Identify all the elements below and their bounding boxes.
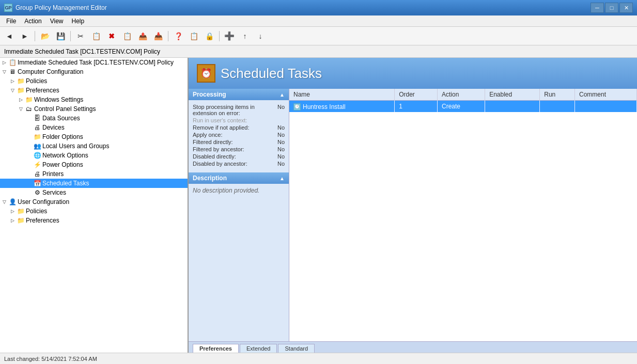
page-title: Scheduled Tasks xyxy=(221,66,322,82)
windows-settings-icon: 📁 xyxy=(25,96,33,103)
col-run[interactable]: Run xyxy=(540,89,575,101)
table-row[interactable]: 🕐 Huntress Install 1 Create xyxy=(289,101,637,112)
toolbar-export[interactable]: 📤 xyxy=(135,29,150,43)
control-panel-label: Control Panel Settings xyxy=(34,105,96,113)
sidebar-item-devices[interactable]: ▷ 🖨 Devices xyxy=(0,123,188,132)
processing-row-5: Filtered directly: No xyxy=(193,138,285,146)
description-body: No description provided. xyxy=(189,184,289,287)
preferences-cc-label: Preferences xyxy=(26,87,59,94)
sidebar-item-control-panel[interactable]: ▽ 🗂 Control Panel Settings xyxy=(0,104,188,114)
menu-view[interactable]: View xyxy=(46,17,68,26)
sidebar-item-data-sources[interactable]: ▷ 🗄 Data Sources xyxy=(0,114,188,123)
toolbar-save[interactable]: 💾 xyxy=(53,29,68,43)
sidebar-item-folder-options[interactable]: ▷ 📁 Folder Options xyxy=(0,132,188,141)
content-header-icon: ⏰ xyxy=(197,64,215,83)
processing-row-2: Run in user's context: xyxy=(193,117,285,124)
expand-windows-settings[interactable]: ▷ xyxy=(17,96,25,104)
toolbar-help[interactable]: ❓ xyxy=(171,29,185,43)
sidebar-item-local-users[interactable]: ▷ 👥 Local Users and Groups xyxy=(0,141,188,151)
processing-row-3: Remove if not applied: No xyxy=(193,124,285,131)
description-collapse-btn[interactable]: ▲ xyxy=(279,176,285,181)
toolbar-down[interactable]: ↓ xyxy=(253,29,268,43)
sidebar-item-policies-cc[interactable]: ▷ 📁 Policies xyxy=(0,76,188,86)
expand-preferences-cc[interactable]: ▽ xyxy=(8,86,17,94)
sidebar-item-policies-uc[interactable]: ▷ 📁 Policies xyxy=(0,207,188,216)
expand-policies-uc[interactable]: ▷ xyxy=(8,207,17,215)
toolbar-open[interactable]: 📂 xyxy=(38,29,52,43)
expand-computer-config[interactable]: ▽ xyxy=(0,68,8,76)
processing-collapse-btn[interactable]: ▲ xyxy=(279,92,285,98)
minimize-button[interactable]: ─ xyxy=(591,3,604,13)
col-order[interactable]: Order xyxy=(395,89,438,101)
toolbar-cut[interactable]: ✂ xyxy=(73,29,88,43)
folder-options-icon: 📁 xyxy=(33,133,41,140)
devices-icon: 🖨 xyxy=(33,124,41,131)
services-label: Services xyxy=(42,189,66,196)
description-section: Description ▲ No description provided. xyxy=(189,172,289,287)
sidebar-item-user-config[interactable]: ▽ 👤 User Configuration xyxy=(0,197,188,207)
col-enabled[interactable]: Enabled xyxy=(485,89,540,101)
content-body: Processing ▲ Stop processing items in ex… xyxy=(189,89,637,341)
menu-bar: File Action View Help xyxy=(0,15,637,27)
expand-immediate-task[interactable]: ▷ xyxy=(0,58,8,67)
sidebar-item-printers[interactable]: ▷ 🖨 Printers xyxy=(0,169,188,179)
sidebar-item-immediate-task[interactable]: ▷ 📋 Immediate Scheduled Task [DC1.TESTEN… xyxy=(0,58,188,67)
col-comment[interactable]: Comment xyxy=(575,89,637,101)
expand-preferences-uc[interactable]: ▷ xyxy=(8,216,17,225)
window-title: Group Policy Management Editor xyxy=(15,4,107,11)
scheduled-tasks-icon: 📅 xyxy=(33,180,41,187)
toolbar-properties[interactable]: 📋 xyxy=(187,29,201,43)
title-bar-controls[interactable]: ─ □ ✕ xyxy=(591,3,633,13)
processing-header[interactable]: Processing ▲ xyxy=(189,89,289,100)
sidebar-tree[interactable]: ▷ 📋 Immediate Scheduled Task [DC1.TESTEN… xyxy=(0,58,189,353)
sidebar-item-computer-config[interactable]: ▽ 🖥 Computer Configuration xyxy=(0,67,188,76)
expand-control-panel[interactable]: ▽ xyxy=(17,105,25,113)
description-header[interactable]: Description ▲ xyxy=(189,172,289,184)
row-name-label: Huntress Install xyxy=(303,103,346,110)
cell-order: 1 xyxy=(395,101,438,112)
expand-policies-cc[interactable]: ▷ xyxy=(8,77,17,85)
toolbar-sep-3 xyxy=(168,31,168,41)
tab-bar: Preferences Extended Standard xyxy=(189,341,637,353)
tab-extended[interactable]: Extended xyxy=(240,344,277,353)
toolbar-paste[interactable]: 📋 xyxy=(120,29,134,43)
processing-label-3: Remove if not applied: xyxy=(193,124,249,131)
toolbar-forward[interactable]: ► xyxy=(18,29,32,43)
sidebar-item-power-options[interactable]: ▷ ⚡ Power Options xyxy=(0,160,188,169)
sidebar-item-scheduled-tasks[interactable]: ▷ 📅 Scheduled Tasks xyxy=(0,179,188,188)
toolbar-sep-4 xyxy=(219,31,220,41)
processing-value-1: No xyxy=(277,104,285,116)
tab-standard[interactable]: Standard xyxy=(278,344,315,353)
menu-help[interactable]: Help xyxy=(68,17,89,26)
sidebar-item-network-options[interactable]: ▷ 🌐 Network Options xyxy=(0,151,188,160)
sidebar-item-preferences-uc[interactable]: ▷ 📁 Preferences xyxy=(0,216,188,225)
processing-label-6: Filtered by ancestor: xyxy=(193,146,244,152)
tab-preferences[interactable]: Preferences xyxy=(193,344,239,353)
sidebar-item-windows-settings[interactable]: ▷ 📁 Windows Settings xyxy=(0,95,188,104)
menu-action[interactable]: Action xyxy=(20,17,45,26)
maximize-button[interactable]: □ xyxy=(605,3,618,13)
toolbar-up[interactable]: ↑ xyxy=(238,29,252,43)
toolbar-import[interactable]: 📥 xyxy=(151,29,165,43)
immediate-task-label: Immediate Scheduled Task [DC1.TESTENV.CO… xyxy=(18,59,174,66)
row-icon-wrapper: 🕐 Huntress Install xyxy=(293,103,346,110)
immediate-task-icon: 📋 xyxy=(8,59,17,66)
toolbar-delete[interactable]: ✖ xyxy=(104,29,119,43)
col-name[interactable]: Name xyxy=(289,89,395,101)
toolbar: ◄ ► 📂 💾 ✂ 📋 ✖ 📋 📤 📥 ❓ 📋 🔒 ➕ ↑ ↓ xyxy=(0,27,637,45)
col-action[interactable]: Action xyxy=(438,89,485,101)
printers-label: Printers xyxy=(42,170,64,178)
toolbar-delegate[interactable]: 🔒 xyxy=(202,29,216,43)
toolbar-add[interactable]: ➕ xyxy=(222,29,237,43)
sidebar-item-services[interactable]: ▷ ⚙ Services xyxy=(0,188,188,197)
processing-title: Processing xyxy=(193,91,226,98)
table-header: Name Order Action Enabled Run Comment xyxy=(289,89,637,101)
path-bar: Immediate Scheduled Task [DC1.TESTENV.CO… xyxy=(0,45,637,58)
expand-user-config[interactable]: ▽ xyxy=(0,198,8,206)
policies-uc-icon: 📁 xyxy=(17,208,25,215)
toolbar-back[interactable]: ◄ xyxy=(2,29,17,43)
menu-file[interactable]: File xyxy=(2,17,20,26)
close-button[interactable]: ✕ xyxy=(619,3,633,13)
sidebar-item-preferences-cc[interactable]: ▽ 📁 Preferences xyxy=(0,86,188,95)
toolbar-copy[interactable]: 📋 xyxy=(89,29,103,43)
